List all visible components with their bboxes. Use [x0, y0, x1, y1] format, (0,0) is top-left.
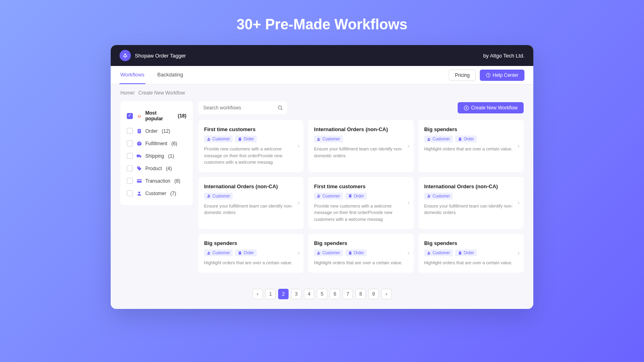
chevron-right-icon: ›	[518, 249, 520, 257]
breadcrumb-home[interactable]: Home	[120, 90, 133, 96]
workflow-card[interactable]: First time customersCustomerOrderProvide…	[198, 120, 303, 172]
checkbox-icon	[127, 165, 133, 171]
card-description: Highlight orders that are over a certain…	[424, 259, 518, 266]
card-title: International Orders (non-CA)	[204, 183, 298, 189]
svg-rect-9	[138, 132, 139, 132]
chevron-right-icon: ›	[297, 199, 299, 206]
card-title: Big spenders	[424, 240, 518, 246]
pager-next[interactable]: ›	[381, 289, 392, 299]
pager-page-6[interactable]: 6	[330, 289, 340, 299]
help-icon	[486, 73, 491, 78]
checkbox-icon	[127, 153, 133, 159]
workflow-card[interactable]: First time customersCustomerOrderProvide…	[308, 177, 413, 229]
tag-customer: Customer	[424, 136, 453, 142]
svg-rect-40	[239, 253, 241, 253]
filter-label: Customer	[145, 191, 166, 196]
receipt-icon	[136, 128, 142, 134]
svg-rect-8	[138, 131, 140, 131]
help-center-button[interactable]: Help Center	[480, 70, 524, 81]
pricing-button[interactable]: Pricing	[449, 70, 476, 81]
svg-point-12	[140, 157, 140, 158]
filter-customer[interactable]: Customer (7)	[125, 187, 188, 200]
pager-page-5[interactable]: 5	[317, 289, 327, 299]
tag-order: Order	[235, 249, 257, 256]
card-tags: CustomerOrder	[314, 193, 408, 200]
svg-rect-44	[349, 253, 351, 253]
workflow-card[interactable]: Big spendersCustomerOrderHighlight order…	[198, 234, 303, 273]
main-panel: Create New Workflow First time customers…	[198, 101, 524, 273]
pager-page-9[interactable]: 9	[368, 289, 379, 299]
workflow-card[interactable]: Big spendersCustomerOrderHighlight order…	[308, 234, 413, 273]
card-title: First time customers	[314, 183, 408, 189]
plus-circle-icon	[464, 105, 469, 111]
toolbar: Create New Workflow	[198, 101, 524, 114]
svg-line-18	[281, 109, 282, 110]
svg-point-0	[124, 53, 126, 55]
tag-order: Order	[345, 249, 367, 256]
card-description: Provide new customers with a welcome mes…	[204, 146, 298, 166]
svg-point-27	[428, 138, 429, 139]
workflow-card[interactable]: Big spendersCustomerOrderHighlight order…	[419, 234, 524, 273]
card-tags: CustomerOrder	[204, 136, 298, 142]
filter-product[interactable]: Product (4)	[125, 162, 188, 175]
tabbar-actions: Pricing Help Center	[449, 70, 524, 81]
card-title: International Orders (non-CA)	[424, 183, 518, 189]
pager-page-2[interactable]: 2	[278, 289, 289, 299]
svg-rect-35	[349, 196, 351, 196]
svg-rect-24	[239, 138, 241, 138]
filter-label: Fulfillment	[145, 141, 167, 146]
tag-customer: Customer	[204, 136, 233, 142]
tag-order: Order	[455, 136, 477, 142]
filter-fulfillment[interactable]: Fulfillment (6)	[125, 137, 188, 150]
svg-rect-10	[136, 154, 140, 157]
tag-customer: Customer	[314, 136, 343, 142]
filter-transaction[interactable]: Transaction (8)	[125, 175, 188, 187]
svg-point-3	[124, 56, 126, 58]
tag-order: Order	[455, 249, 477, 256]
pager-page-4[interactable]: 4	[304, 289, 314, 299]
app-name: Shopaw Order Tagger	[135, 53, 186, 59]
svg-point-32	[318, 195, 319, 196]
create-label: Create New Workflow	[471, 105, 518, 111]
card-title: First time customers	[204, 126, 298, 132]
workflow-card[interactable]: Big spendersCustomerOrderHighlight order…	[419, 120, 524, 172]
pager-page-7[interactable]: 7	[343, 289, 353, 299]
card-description: Ensure your fulfillment team can identif…	[424, 203, 518, 216]
workflow-card[interactable]: International Orders (non-CA)CustomerEns…	[419, 177, 524, 229]
chevron-right-icon: ›	[407, 249, 409, 257]
sidebar-filters: Most popular (18)Order (12)Fulfillment (…	[120, 101, 193, 205]
search-icon	[277, 105, 283, 111]
filter-shipping[interactable]: Shipping (1)	[125, 150, 188, 162]
svg-point-36	[428, 195, 429, 196]
card-title: Big spenders	[314, 240, 408, 246]
card-description: Highlight orders that are over a certain…	[204, 259, 298, 266]
workflow-card[interactable]: International Orders (non-CA)CustomerEns…	[198, 177, 303, 229]
svg-point-11	[137, 157, 138, 158]
card-tags: CustomerOrder	[424, 249, 518, 256]
search-input[interactable]	[198, 101, 287, 114]
card-description: Highlight orders that are over a certain…	[424, 146, 518, 152]
tab-workflows[interactable]: Workflows	[120, 66, 145, 84]
pager-page-1[interactable]: 1	[265, 289, 276, 299]
filter-label: Transaction	[145, 178, 170, 184]
brand: Shopaw Order Tagger	[120, 50, 186, 61]
tag-order: Order	[345, 193, 367, 200]
card-description: Provide new customers with a welcome mes…	[314, 203, 408, 223]
filter-label: Order	[145, 128, 158, 134]
tabs: Workflows Backdating	[120, 66, 184, 84]
svg-rect-39	[239, 252, 241, 252]
card-title: Big spenders	[424, 126, 518, 132]
tab-backdating[interactable]: Backdating	[157, 66, 184, 84]
pager-prev[interactable]: ‹	[252, 289, 263, 299]
workflow-card[interactable]: International Orders (non-CA)CustomerEns…	[308, 120, 413, 172]
card-tags: CustomerOrder	[204, 249, 298, 256]
filter-order[interactable]: Order (12)	[125, 125, 188, 137]
pager-page-3[interactable]: 3	[291, 289, 301, 299]
create-workflow-button[interactable]: Create New Workflow	[458, 102, 524, 113]
tag-order: Order	[235, 136, 257, 142]
svg-point-2	[126, 56, 127, 57]
card-tags: Customer	[314, 136, 408, 142]
filter-most-popular[interactable]: Most popular (18)	[125, 107, 188, 125]
chevron-right-icon: ›	[297, 142, 299, 150]
pager-page-8[interactable]: 8	[355, 289, 366, 299]
